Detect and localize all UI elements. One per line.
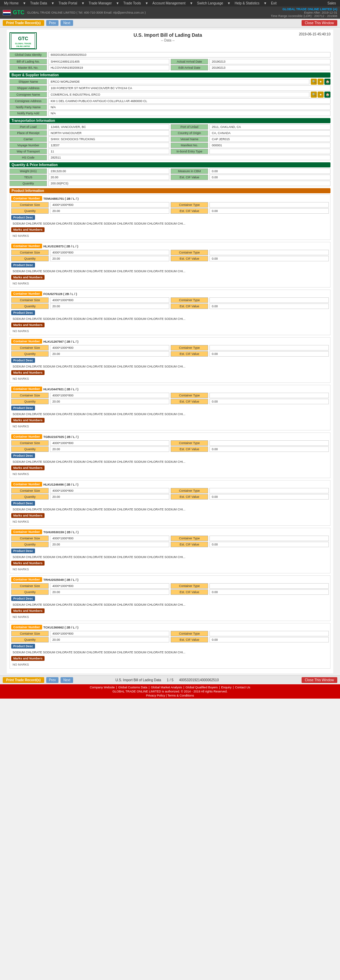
carrier-value: SHHX: SCHOOCKS TRUCKING	[48, 137, 169, 142]
product-desc-label-3: Product Desc	[11, 358, 35, 363]
container-type-value-8	[210, 583, 329, 589]
container-qty-label-4: Quantity	[11, 399, 49, 404]
nav-exit[interactable]: Exit	[270, 1, 278, 5]
qp-row-1: Weight (KG) 230,520.00 Measure in CBM 0.…	[10, 169, 330, 174]
container-qty-label-3: Quantity	[11, 351, 49, 356]
container-size-value-6: 4000*1000*800	[50, 488, 169, 493]
doc-header: GTC GLOBAL TRADE ONLINE LIMITED U.S. Imp…	[10, 32, 330, 49]
footer-link-contact[interactable]: Contact Us	[235, 686, 250, 689]
marks-label-wrap-5: Marks and Numbers	[11, 465, 329, 471]
footer-link-market[interactable]: Global Market Analysis	[151, 686, 182, 689]
nav-account-mgmt[interactable]: Account Management	[151, 1, 187, 5]
marks-label-wrap-4: Marks and Numbers	[11, 417, 329, 423]
container-number-label-2: Container Number	[11, 291, 42, 296]
footer-link-enquiry[interactable]: Enquiry	[221, 686, 232, 689]
product-desc-label-wrap-3: Product Desc	[11, 357, 329, 363]
container-size-row-5: Container Size 4000*1000*800 Container T…	[11, 440, 329, 446]
container-size-label-3: Container Size	[11, 345, 49, 350]
container-size-row-3: Container Size 4000*1000*800 Container T…	[11, 345, 329, 350]
footer-link-customs[interactable]: Global Customs Data	[118, 686, 148, 689]
product-desc-label-9: Product Desc	[11, 644, 35, 649]
container-number-value-9: TCKU1360662 ( 2B / L / )	[43, 626, 79, 629]
product-desc-text-4: SODIUM CHLORATE SODIUM CHLORATE SODIUM C…	[11, 412, 329, 417]
print-button-bottom[interactable]: Print Trade Record(s)	[3, 677, 44, 683]
nav-sep-7: ▼	[226, 1, 232, 5]
container-type-value-6	[210, 488, 329, 493]
nav-my-home[interactable]: My Home	[3, 1, 20, 5]
container-type-value-5	[210, 440, 329, 446]
footer-link-buyers[interactable]: Global Qualified Buyers	[186, 686, 218, 689]
container-item-8: Container Number TRHU2025049 ( 2B / L / …	[10, 576, 330, 621]
transport-row-3: Carrier SHHX: SCHOOCKS TRUCKING Vessel N…	[10, 137, 330, 142]
nav-trade-tools[interactable]: Trade Tools	[122, 1, 143, 5]
container-number-label-1: Container Number	[11, 243, 42, 248]
container-size-label-9: Container Size	[11, 631, 49, 636]
container-type-label-2: Container Type	[171, 298, 208, 303]
measure-value: 0.00	[210, 169, 330, 174]
container-cif-label-8: Est. CIF Value	[171, 589, 208, 595]
prev-button-top[interactable]: Prev	[46, 20, 59, 26]
footer-link-company[interactable]: Company Website	[90, 686, 114, 689]
transport-row-4: Voyage Number 12E07 Manifest No. 000001	[10, 143, 330, 148]
port-load-label: Port of Load	[10, 124, 47, 130]
container-size-value-1: 4000*1000*800	[50, 250, 169, 255]
search-consignee-btn[interactable]: 🔍	[311, 92, 317, 98]
container-number-value-8: TRHU2025049 ( 2B / L / )	[43, 578, 79, 582]
nav-trade-manager[interactable]: Trade Manager	[87, 1, 113, 5]
footer-terms[interactable]: Terms & Conditions	[168, 694, 194, 697]
next-button-bottom[interactable]: Next	[60, 677, 73, 683]
star-consignee-btn[interactable]: ★	[318, 92, 324, 98]
container-number-value-1: HLXU3139373 ( 2B / L / )	[43, 245, 78, 248]
container-type-value-2	[210, 298, 329, 303]
container-size-label-4: Container Size	[11, 393, 49, 398]
consignee-name-value: COMERCIAL E INDUSTRIAL ERCO	[48, 92, 310, 97]
nav-help[interactable]: Help & Statistics	[233, 1, 261, 5]
container-size-row-8: Container Size 4000*1000*800 Container T…	[11, 583, 329, 589]
marks-text-3: NO MARKS	[11, 376, 329, 381]
container-qty-row-1: Quantity 20.00 Est. CIF Value 0.00	[11, 256, 329, 261]
quantity-price-header: Quantity & Price Information	[10, 162, 330, 167]
container-item-5: Container Number TGBU2167025 ( 2B / L / …	[10, 433, 330, 478]
container-size-value-0: 4000*1000*800	[50, 202, 169, 208]
transportation-header: Transportation Information	[10, 118, 330, 123]
search-shipper-btn[interactable]: 🔍	[311, 79, 317, 85]
container-num-row-6: Container Number HLKU1246496 ( 2B / L / …	[11, 482, 329, 487]
close-button-top[interactable]: Close This Window	[302, 20, 337, 26]
home-shipper-btn[interactable]: 🏠	[324, 79, 330, 85]
close-button-bottom[interactable]: Close This Window	[302, 677, 337, 683]
voyage-value: 12E07	[48, 143, 169, 148]
hs-code-value: 282511	[48, 155, 330, 160]
global-data-label: Global Data Identity	[10, 52, 47, 57]
next-button-top[interactable]: Next	[60, 20, 73, 26]
prev-button-bottom[interactable]: Prev	[46, 677, 59, 683]
account-company-name: GLOBAL TRADE ONLINE LIMITED (A)	[271, 8, 337, 11]
container-qty-value-7: 20.00	[50, 542, 169, 547]
star-shipper-btn[interactable]: ★	[318, 79, 324, 85]
nav-trade-data[interactable]: Trade Data	[29, 1, 49, 5]
container-number-label-6: Container Number	[11, 482, 42, 487]
nav-trade-portal[interactable]: Trade Portal	[57, 1, 79, 5]
footer-privacy[interactable]: Privacy Policy	[146, 694, 165, 697]
shipper-name-label: Shipper Name	[10, 79, 47, 84]
container-size-value-8: 4000*1000*800	[50, 583, 169, 589]
nav-sep-1: ▼	[21, 1, 27, 5]
container-item-6: Container Number HLKU1246496 ( 2B / L / …	[10, 480, 330, 526]
container-size-label-0: Container Size	[11, 202, 49, 208]
master-bl-value: HLCOVVNN190200619	[48, 65, 169, 70]
print-button-top[interactable]: Print Trade Record(s)	[3, 20, 44, 26]
nav-switch-lang[interactable]: Switch Language	[196, 1, 225, 5]
marks-text-6: NO MARKS	[11, 519, 329, 524]
home-consignee-btn[interactable]: 🏠	[324, 92, 330, 98]
container-number-label-3: Container Number	[11, 339, 42, 344]
container-qty-value-6: 20.00	[50, 494, 169, 500]
container-type-value-4	[210, 393, 329, 398]
manifest-label: Manifest No.	[171, 143, 208, 148]
container-number-label-9: Container Number	[11, 625, 42, 630]
container-number-value-4: HLKU3447921 ( 2B / L / )	[43, 388, 79, 391]
port-load-value: 12493, VANCOUVER, BC	[48, 124, 169, 130]
container-type-value-9	[210, 631, 329, 636]
marks-label-wrap-0: Marks and Numbers	[11, 227, 329, 233]
document-date: 2019-06-15 45:40:10	[299, 32, 330, 36]
bill-lading-value: SHHX124891101405	[48, 59, 169, 64]
teus-label: TEUS	[10, 175, 47, 180]
